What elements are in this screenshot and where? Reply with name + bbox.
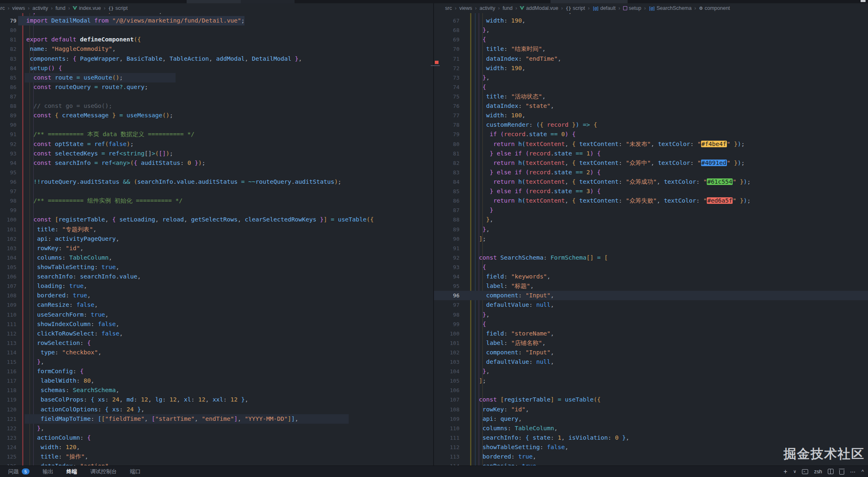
line-number[interactable]: 100 (0, 215, 16, 224)
line-number[interactable]: 97 (0, 187, 16, 196)
code-line[interactable]: 103 rowKey: "id", (0, 244, 433, 253)
maximize-panel-icon[interactable]: ^ (861, 469, 864, 474)
line-number[interactable]: 86 (0, 82, 16, 92)
code-line[interactable]: 105 ]; (434, 376, 868, 386)
line-number[interactable]: 91 (0, 130, 16, 139)
editor-group-right[interactable]: src›views›activity›fund›addModal.vue›{}s… (434, 3, 868, 466)
line-number[interactable]: 94 (434, 272, 459, 281)
line-number[interactable]: 85 (0, 73, 16, 82)
terminal-icon[interactable]: >_ (802, 469, 808, 474)
code-line[interactable]: 122 }, (0, 424, 433, 433)
code-line[interactable]: 111 searchInfo: { state: 1, isViolation:… (434, 433, 868, 443)
line-number[interactable]: 101 (434, 338, 459, 348)
line-number[interactable]: 82 (434, 158, 459, 168)
code-line[interactable]: 108 rowKey: "id", (434, 405, 868, 414)
active-tab-sliver[interactable] (187, 0, 241, 3)
breadcrumb-left[interactable]: src›views›activity›fund›index.vue›{}scri… (0, 3, 433, 13)
line-number[interactable]: 96 (0, 177, 16, 187)
line-number[interactable]: 68 (434, 25, 459, 35)
new-terminal-icon[interactable]: + (783, 468, 787, 475)
code-line[interactable]: 67 width: 190, (434, 16, 868, 25)
line-number[interactable]: 113 (0, 338, 16, 348)
line-number[interactable]: 107 (434, 395, 459, 404)
breadcrumb-item-addmodal-vue[interactable]: addModal.vue (520, 5, 558, 11)
panel-tab-输出[interactable]: 输出 (36, 466, 60, 477)
code-line[interactable]: 90 (0, 120, 433, 130)
code-line[interactable]: 105 showTableSetting: true, (0, 262, 433, 272)
overview-ruler-error-marker[interactable] (435, 61, 439, 64)
code-line[interactable]: 95 label: "标题", (434, 281, 868, 291)
tab-sliver[interactable] (241, 0, 295, 3)
code-line[interactable]: 83 components: { PageWrapper, BasicTable… (0, 54, 433, 64)
code-line[interactable]: 90 ]; (434, 234, 868, 244)
code-line[interactable]: 89 const { createMessage } = useMessage(… (0, 111, 433, 120)
code-line[interactable]: 66 dataIndex: "createTime", (434, 13, 868, 16)
line-number[interactable]: 101 (0, 225, 16, 234)
line-number[interactable]: 119 (0, 395, 16, 404)
line-number[interactable]: 81 (0, 35, 16, 44)
line-number[interactable]: 114 (0, 348, 16, 357)
line-number[interactable]: 97 (434, 300, 459, 310)
code-line[interactable]: 84 setup() { (0, 64, 433, 73)
line-number[interactable]: 78 (0, 13, 16, 16)
code-line[interactable]: 87 } (434, 205, 868, 215)
code-line[interactable]: 78import addModal from "./addModal.vue"; (0, 13, 433, 16)
code-line[interactable]: 98 /** ========== 组件实例 初始化 ========== */ (0, 196, 433, 205)
line-number[interactable]: 92 (434, 253, 459, 262)
breadcrumb-item-views[interactable]: views (459, 5, 472, 11)
line-number[interactable]: 126 (0, 461, 16, 466)
code-viewport-right[interactable]: 66 dataIndex: "createTime",67 width: 190… (434, 13, 868, 466)
code-line[interactable]: 80 return h(textContent, { textContent: … (434, 139, 868, 149)
active-tab-sliver-right[interactable] (550, 0, 628, 3)
code-line[interactable]: 113 rowSelection: { (0, 338, 433, 348)
code-line[interactable]: 79 if (record.state == 0) { (434, 130, 868, 139)
shell-label[interactable]: zsh (814, 469, 822, 475)
line-number[interactable]: 92 (0, 139, 16, 149)
launch-profile-chevron-icon[interactable]: ∨ (793, 469, 796, 474)
code-line[interactable]: 86 const routeQuery = route?.query; (0, 82, 433, 92)
code-line[interactable]: 75 title: "活动状态", (434, 92, 868, 101)
code-line[interactable]: 92 const optState = ref(false); (0, 139, 433, 149)
line-number[interactable]: 78 (434, 120, 459, 130)
breadcrumb-item-src[interactable]: src (445, 5, 452, 11)
code-line[interactable]: 91 (434, 244, 868, 253)
line-number[interactable]: 73 (434, 73, 459, 82)
code-line[interactable]: 72 width: 190, (434, 64, 868, 73)
line-number[interactable]: 94 (0, 158, 16, 168)
code-line[interactable]: 86 return h(textContent, { textContent: … (434, 196, 868, 205)
code-line[interactable]: 93 const selectedKeys = ref<string[]>([]… (0, 149, 433, 158)
code-line[interactable]: 125 title: "操作", (0, 452, 433, 461)
code-line[interactable]: 82 name: "HaggleCommodity", (0, 44, 433, 54)
code-line[interactable]: 124 width: 120, (0, 443, 433, 452)
code-line[interactable]: 88 // const go = useGo(); (0, 101, 433, 111)
code-line[interactable]: 77 width: 100, (434, 111, 868, 120)
code-line[interactable]: 79import DetailModal from "/@/views/mark… (0, 16, 433, 25)
line-number[interactable]: 76 (434, 101, 459, 111)
line-number[interactable]: 69 (434, 35, 459, 44)
breadcrumb-item-searchschema[interactable]: [@]SearchSchema (649, 5, 692, 11)
code-line[interactable]: 104 }, (434, 367, 868, 376)
code-line[interactable]: 110 columns: TableColumn, (434, 424, 868, 433)
code-line[interactable]: 116 formConfig: { (0, 367, 433, 376)
code-line[interactable]: 120 actionColOptions: { xs: 24 }, (0, 405, 433, 414)
line-number[interactable]: 105 (434, 376, 459, 386)
code-line[interactable]: 74 { (434, 82, 868, 92)
panel-tab-终端[interactable]: 终端 (60, 466, 84, 477)
line-number[interactable]: 120 (0, 405, 16, 414)
line-number[interactable]: 79 (0, 16, 16, 25)
line-number[interactable]: 75 (434, 92, 459, 101)
line-number[interactable]: 90 (434, 234, 459, 244)
code-line[interactable]: 109 canResize: false, (0, 300, 433, 310)
line-number[interactable]: 105 (0, 262, 16, 272)
code-line[interactable]: 102 api: activityPageQuery, (0, 234, 433, 244)
line-number[interactable]: 108 (0, 291, 16, 300)
line-number[interactable]: 84 (434, 177, 459, 187)
code-line[interactable]: 81export default defineComponent({ (0, 35, 433, 44)
line-number[interactable]: 93 (434, 262, 459, 272)
line-number[interactable]: 104 (434, 367, 459, 376)
breadcrumb-item-src[interactable]: src (0, 5, 5, 11)
line-number[interactable]: 112 (434, 443, 459, 452)
code-line[interactable]: 84 return h(textContent, { textContent: … (434, 177, 868, 187)
code-line[interactable]: 103 defaultValue: null, (434, 357, 868, 367)
panel-tab-问题[interactable]: 问题5 (2, 466, 36, 477)
